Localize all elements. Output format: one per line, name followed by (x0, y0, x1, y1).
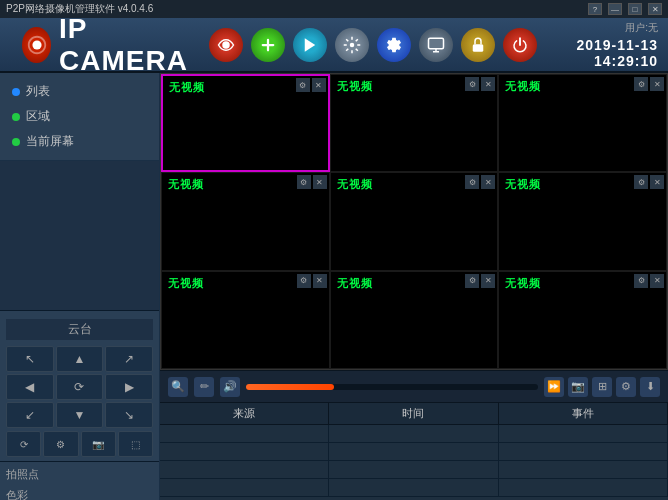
table-header: 来源 时间 事件 (160, 403, 668, 425)
dot-icon (12, 113, 20, 121)
settings-wheel-button[interactable] (335, 28, 369, 62)
cam-ctrl-close-5[interactable]: ✕ (481, 175, 495, 189)
ptz-up-right[interactable]: ↗ (105, 346, 153, 372)
cam-ctrl-settings-7[interactable]: ⚙ (297, 274, 311, 288)
sidebar-item-current-screen[interactable]: 当前屏幕 (0, 129, 159, 154)
cam-ctrl-close-4[interactable]: ✕ (313, 175, 327, 189)
edit-icon-btn[interactable]: ✏ (194, 377, 214, 397)
sidebar-item-color[interactable]: 色彩 (0, 485, 159, 500)
cam-ctrl-close-1[interactable]: ✕ (312, 78, 326, 92)
cell-source (160, 479, 329, 496)
add-button[interactable] (251, 28, 285, 62)
ptz-label: 云台 (6, 319, 153, 340)
snapshot-icon-btn[interactable]: 📷 (568, 377, 588, 397)
camera-label-6: 无视频 (501, 175, 545, 194)
camera-label-8: 无视频 (333, 274, 377, 293)
search-icon-btn[interactable]: 🔍 (168, 377, 188, 397)
gear-button[interactable] (377, 28, 411, 62)
cam-ctrl-settings-1[interactable]: ⚙ (296, 78, 310, 92)
ptz-down-right[interactable]: ↘ (105, 402, 153, 428)
window-controls[interactable]: ? — □ ✕ (588, 3, 662, 15)
svg-point-3 (349, 42, 354, 47)
down-icon-btn[interactable]: ⬇ (640, 377, 660, 397)
ptz-zoom-in[interactable]: ⟳ (6, 431, 41, 457)
logo-text: IP CAMERA (59, 13, 193, 77)
cam-ctrl-close-6[interactable]: ✕ (650, 175, 664, 189)
ptz-snapshot[interactable]: 📷 (81, 431, 116, 457)
cam-ctrl-settings-6[interactable]: ⚙ (634, 175, 648, 189)
grid-layout-btn[interactable]: ⊞ (592, 377, 612, 397)
cam-ctrl-close-9[interactable]: ✕ (650, 274, 664, 288)
ptz-record[interactable]: ⬚ (118, 431, 153, 457)
cell-event (499, 461, 668, 478)
ptz-left[interactable]: ◀ (6, 374, 54, 400)
lock-button[interactable] (461, 28, 495, 62)
ptz-up[interactable]: ▲ (56, 346, 104, 372)
cell-event (499, 479, 668, 496)
ptz-settings[interactable]: ⚙ (43, 431, 78, 457)
ptz-center[interactable]: ⟳ (56, 374, 104, 400)
svg-point-1 (222, 41, 230, 49)
volume-icon-btn[interactable]: 🔊 (220, 377, 240, 397)
camera-cell-9[interactable]: 无视频 ⚙ ✕ (498, 271, 667, 369)
table-row (160, 461, 668, 479)
close-button[interactable]: ✕ (648, 3, 662, 15)
camera-controls-8: ⚙ ✕ (465, 274, 495, 288)
settings-icon-btn[interactable]: ⚙ (616, 377, 636, 397)
svg-rect-6 (472, 44, 483, 52)
cam-ctrl-settings-2[interactable]: ⚙ (465, 77, 479, 91)
cam-ctrl-settings-9[interactable]: ⚙ (634, 274, 648, 288)
cell-time (329, 479, 498, 496)
monitor-button[interactable] (419, 28, 453, 62)
power-button[interactable] (503, 28, 537, 62)
camera-controls-1: ⚙ ✕ (296, 78, 326, 92)
datetime-box: 用户:无 2019-11-13 14:29:10 (537, 21, 658, 69)
sidebar-item-region[interactable]: 区域 (0, 104, 159, 129)
camera-cell-5[interactable]: 无视频 ⚙ ✕ (330, 172, 499, 270)
camera-cell-3[interactable]: 无视频 ⚙ ✕ (498, 74, 667, 172)
forward-icon-btn[interactable]: ⏩ (544, 377, 564, 397)
toolbar (209, 28, 537, 62)
cam-ctrl-close-8[interactable]: ✕ (481, 274, 495, 288)
svg-marker-2 (304, 38, 315, 52)
camera-cell-8[interactable]: 无视频 ⚙ ✕ (330, 271, 499, 369)
camera-controls-3: ⚙ ✕ (634, 77, 664, 91)
sidebar-nav: 列表 区域 当前屏幕 (0, 73, 159, 161)
cam-ctrl-settings-3[interactable]: ⚙ (634, 77, 648, 91)
svg-point-0 (32, 40, 41, 49)
cam-ctrl-settings-8[interactable]: ⚙ (465, 274, 479, 288)
camera-cell-6[interactable]: 无视频 ⚙ ✕ (498, 172, 667, 270)
camera-label-2: 无视频 (333, 77, 377, 96)
camera-cell-4[interactable]: 无视频 ⚙ ✕ (161, 172, 330, 270)
cam-ctrl-close-7[interactable]: ✕ (313, 274, 327, 288)
sidebar-item-preset[interactable]: 拍照点 (0, 464, 159, 485)
ptz-up-left[interactable]: ↖ (6, 346, 54, 372)
cam-ctrl-close-2[interactable]: ✕ (481, 77, 495, 91)
sidebar-label-region: 区域 (26, 108, 50, 125)
volume-slider-fill (246, 384, 334, 390)
maximize-button[interactable]: □ (628, 3, 642, 15)
cam-ctrl-settings-5[interactable]: ⚙ (465, 175, 479, 189)
minimize-button[interactable]: — (608, 3, 622, 15)
header: IP CAMERA (0, 18, 668, 73)
camera-cell-2[interactable]: 无视频 ⚙ ✕ (330, 74, 499, 172)
table-row (160, 425, 668, 443)
camera-label-9: 无视频 (501, 274, 545, 293)
camera-grid: 无视频 ⚙ ✕ 无视频 ⚙ ✕ 无视频 ⚙ ✕ (160, 73, 668, 370)
camera-icon-btn[interactable] (209, 28, 243, 62)
volume-slider[interactable] (246, 384, 538, 390)
help-button[interactable]: ? (588, 3, 602, 15)
ptz-down-left[interactable]: ↙ (6, 402, 54, 428)
cam-ctrl-close-3[interactable]: ✕ (650, 77, 664, 91)
camera-cell-1[interactable]: 无视频 ⚙ ✕ (161, 74, 330, 172)
cam-ctrl-settings-4[interactable]: ⚙ (297, 175, 311, 189)
sidebar-item-list[interactable]: 列表 (0, 79, 159, 104)
ptz-down[interactable]: ▼ (56, 402, 104, 428)
ptz-right[interactable]: ▶ (105, 374, 153, 400)
col-source: 来源 (160, 403, 329, 424)
svg-rect-5 (428, 38, 443, 49)
camera-cell-7[interactable]: 无视频 ⚙ ✕ (161, 271, 330, 369)
main-layout: 列表 区域 当前屏幕 云台 ↖ ▲ ↗ ◀ ⟳ (0, 73, 668, 500)
play-button[interactable] (293, 28, 327, 62)
camera-controls-5: ⚙ ✕ (465, 175, 495, 189)
